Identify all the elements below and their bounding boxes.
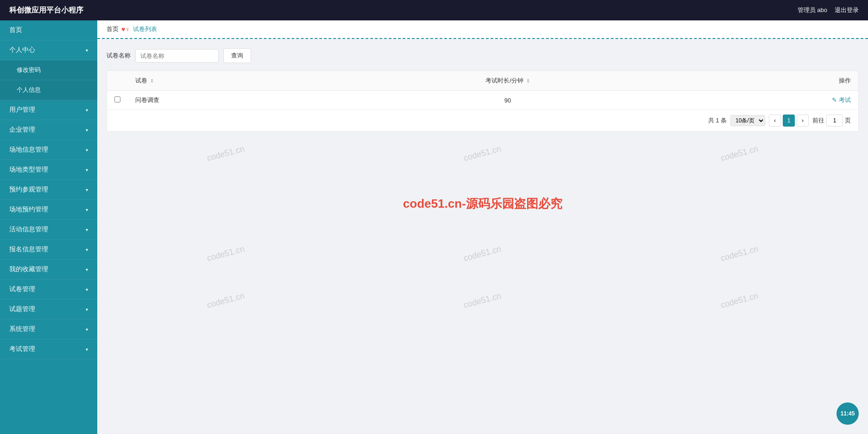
sidebar-item-question-management[interactable]: 试题管理 ▾ — [0, 300, 97, 319]
sidebar-item-system-management[interactable]: 系统管理 ▾ — [0, 319, 97, 339]
sidebar-reservation-label: 预约参观管理 — [9, 185, 48, 194]
sidebar-item-personal-center[interactable]: 个人中心 ▾ — [0, 40, 97, 60]
row-exam-name: 问卷调查 — [128, 91, 344, 110]
sidebar-item-home[interactable]: 首页 — [0, 20, 97, 40]
pagination: 共 1 条 10条/页 20条/页 50条/页 ‹ 1 › 前往 页 — [107, 109, 858, 131]
chevron-down-icon: ▾ — [86, 48, 88, 53]
search-bar: 试卷名称 查询 — [107, 48, 859, 63]
breadcrumb-separator: ♥♀ — [121, 26, 130, 33]
sidebar-venue-type-label: 场地类型管理 — [9, 166, 48, 174]
sidebar-enterprise-management-label: 企业管理 — [9, 126, 35, 134]
prev-page-button[interactable]: ‹ — [769, 115, 781, 127]
search-button[interactable]: 查询 — [223, 48, 251, 63]
sidebar-test-management-label: 考试管理 — [9, 345, 35, 353]
page-size-select[interactable]: 10条/页 20条/页 50条/页 — [730, 115, 765, 126]
row-action-cell: ✎ 考试 — [672, 91, 858, 110]
breadcrumb-current[interactable]: 试卷列表 — [133, 25, 157, 33]
chevron-down-icon: ▾ — [86, 167, 88, 172]
next-page-button[interactable]: › — [797, 115, 809, 127]
page-nav: ‹ 1 › — [769, 115, 809, 127]
chevron-down-icon: ▾ — [86, 267, 88, 272]
sidebar-system-management-label: 系统管理 — [9, 325, 35, 333]
sidebar-registration-label: 报名信息管理 — [9, 245, 48, 254]
sidebar-question-management-label: 试题管理 — [9, 305, 35, 313]
sidebar-personal-info-label: 个人信息 — [17, 86, 41, 94]
jump-prefix: 前往 — [812, 116, 824, 125]
admin-label: 管理员 abo — [798, 6, 827, 14]
pagination-total: 共 1 条 — [708, 116, 727, 125]
row-checkbox[interactable] — [114, 96, 120, 102]
app-title: 科创微应用平台小程序 — [9, 6, 83, 15]
sidebar-exam-management-label: 试卷管理 — [9, 285, 35, 294]
jump-input[interactable] — [826, 115, 843, 127]
sidebar-item-activity-info-management[interactable]: 活动信息管理 ▾ — [0, 220, 97, 240]
column-exam-name: 试卷 ⇕ — [128, 71, 344, 91]
sidebar-item-venue-info-management[interactable]: 场地信息管理 ▾ — [0, 140, 97, 160]
row-checkbox-cell — [107, 91, 128, 110]
sidebar-item-user-management[interactable]: 用户管理 ▾ — [0, 100, 97, 120]
clock-time: 11:45 — [841, 410, 855, 417]
sidebar-venue-info-label: 场地信息管理 — [9, 146, 48, 154]
header-right: 管理员 abo 退出登录 — [798, 6, 859, 14]
take-exam-link[interactable]: ✎ 考试 — [832, 96, 851, 103]
table-row: 问卷调查 90 ✎ 考试 — [107, 91, 858, 110]
sidebar-change-password-label: 修改密码 — [17, 66, 41, 74]
chevron-down-icon: ▾ — [86, 307, 88, 312]
sidebar-item-personal-info[interactable]: 个人信息 — [0, 80, 97, 100]
row-duration: 90 — [344, 91, 672, 110]
chevron-down-icon: ▾ — [86, 347, 88, 352]
layout: 首页 个人中心 ▾ 修改密码 个人信息 用户管理 ▾ 企业管理 ▾ 场地信息管理… — [0, 20, 868, 434]
header: 科创微应用平台小程序 管理员 abo 退出登录 — [0, 0, 868, 20]
column-checkbox — [107, 71, 128, 91]
page-jump: 前往 页 — [812, 115, 851, 127]
chevron-down-icon: ▾ — [86, 187, 88, 192]
breadcrumb: 首页 ♥♀ 试卷列表 — [97, 20, 868, 39]
sidebar-home-label: 首页 — [9, 26, 22, 34]
page-content: 试卷名称 查询 试卷 ⇕ 考试时长/分钟 — [97, 39, 868, 434]
sidebar-item-venue-type-management[interactable]: 场地类型管理 ▾ — [0, 160, 97, 180]
table-header-row: 试卷 ⇕ 考试时长/分钟 ⇕ 操作 — [107, 71, 858, 91]
sidebar-item-enterprise-management[interactable]: 企业管理 ▾ — [0, 120, 97, 140]
breadcrumb-home[interactable]: 首页 — [107, 25, 119, 33]
column-duration: 考试时长/分钟 ⇕ — [344, 71, 672, 91]
column-action: 操作 — [672, 71, 858, 91]
sidebar: 首页 个人中心 ▾ 修改密码 个人信息 用户管理 ▾ 企业管理 ▾ 场地信息管理… — [0, 20, 97, 434]
chevron-down-icon: ▾ — [86, 227, 88, 232]
sidebar-user-management-label: 用户管理 — [9, 106, 35, 114]
sidebar-personal-center-label: 个人中心 — [9, 46, 35, 54]
sidebar-venue-booking-label: 场地预约管理 — [9, 205, 48, 214]
clock-badge[interactable]: 11:45 — [837, 402, 859, 425]
jump-suffix: 页 — [845, 116, 851, 125]
chevron-down-icon: ▾ — [86, 247, 88, 252]
sidebar-item-reservation-management[interactable]: 预约参观管理 ▾ — [0, 180, 97, 200]
chevron-down-icon: ▾ — [86, 128, 88, 133]
current-page-button[interactable]: 1 — [783, 115, 795, 127]
search-label: 试卷名称 — [107, 51, 131, 60]
logout-button[interactable]: 退出登录 — [835, 6, 859, 14]
sidebar-activity-info-label: 活动信息管理 — [9, 225, 48, 234]
sidebar-my-favorites-label: 我的收藏管理 — [9, 265, 48, 274]
sidebar-item-venue-booking-management[interactable]: 场地预约管理 ▾ — [0, 200, 97, 220]
chevron-down-icon: ▾ — [86, 147, 88, 153]
chevron-down-icon: ▾ — [86, 287, 88, 292]
sort-icon-duration[interactable]: ⇕ — [526, 78, 530, 83]
sidebar-item-change-password[interactable]: 修改密码 — [0, 60, 97, 80]
main-content: 首页 ♥♀ 试卷列表 试卷名称 查询 试卷 — [97, 20, 868, 434]
chevron-down-icon: ▾ — [86, 327, 88, 332]
search-input[interactable] — [135, 49, 219, 63]
chevron-down-icon: ▾ — [86, 108, 88, 113]
chevron-down-icon: ▾ — [86, 207, 88, 212]
sort-icon-exam[interactable]: ⇕ — [150, 78, 154, 83]
exam-table: 试卷 ⇕ 考试时长/分钟 ⇕ 操作 — [107, 70, 859, 132]
sidebar-item-registration-management[interactable]: 报名信息管理 ▾ — [0, 240, 97, 260]
sidebar-item-test-management[interactable]: 考试管理 ▾ — [0, 339, 97, 359]
sidebar-item-exam-management[interactable]: 试卷管理 ▾ — [0, 280, 97, 300]
sidebar-item-my-favorites-management[interactable]: 我的收藏管理 ▾ — [0, 260, 97, 280]
